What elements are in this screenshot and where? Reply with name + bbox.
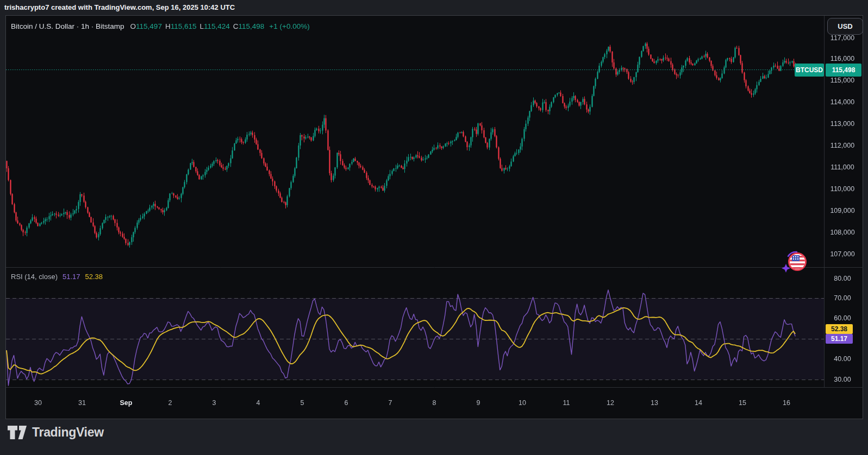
time-axis-label: 31 [78,399,86,407]
ohlc-value: 115,498 [239,22,265,30]
time-axis-label: 4 [257,399,260,407]
tradingview-logo[interactable]: TradingView [8,425,104,440]
price-axis-label: 108,000 [830,229,854,236]
tradingview-logo-text: TradingView [32,425,104,440]
rsi-title[interactable]: RSI (14, close) [11,273,58,281]
symbol-price-chip: BTCUSD [795,64,824,77]
price-change: +1 (+0.00%) [269,22,309,30]
time-axis-label: 16 [783,399,790,407]
us-flag-sticker[interactable] [780,249,808,274]
time-axis-label: 30 [34,399,42,407]
rsi-axis-label: 80.00 [834,275,851,282]
time-axis-label: 7 [389,399,392,407]
price-axis-label: 114,000 [830,98,854,106]
time-axis-label: 5 [301,399,304,407]
ohlc-label: O [130,22,136,30]
rsi-axis-label: 30.00 [834,376,851,383]
time-axis-label: 11 [563,399,570,407]
time-axis-label: 12 [607,399,614,407]
rsi-axis-label: 40.00 [834,355,851,363]
rsi-axis-label: 70.00 [834,294,851,302]
time-axis-label: 14 [695,399,702,407]
price-axis-label: 113,000 [830,120,854,128]
price-axis-label: 110,000 [830,185,854,193]
rsi-badge: 51.17 [826,334,853,344]
time-axis-label: 6 [345,399,348,407]
time-axis-label: 13 [651,399,658,407]
price-axis-label: 116,000 [830,55,854,62]
price-axis-label: 115,000 [830,77,854,84]
rsi-ma-current-value: 52.38 [85,273,103,281]
ohlc-label: C [233,22,239,30]
price-axis-label: 117,000 [830,34,854,42]
time-axis-label: Sep [120,399,133,407]
time-axis-label: 3 [213,399,216,407]
last-price-chip: 115,498 [826,64,861,77]
price-axis-label: 111,000 [830,163,854,171]
footer-bar [0,419,868,455]
rsi-axis-label: 60.00 [834,314,851,322]
tradingview-snapshot: trishacrypto7 created with TradingView.c… [0,0,868,455]
ohlc-value: 115,615 [171,22,197,30]
time-axis-label: 8 [433,399,436,407]
time-axis-label: 15 [739,399,746,407]
us-flag-icon [789,254,806,270]
time-axis-label: 9 [477,399,480,407]
time-axis-label: 2 [168,399,172,407]
currency-toggle-button[interactable]: USD [827,18,863,35]
ohlc-values: O115,497H115,615L115,424C115,498 [127,22,265,30]
symbol-header[interactable]: Bitcoin / U.S. Dollar · 1h · Bitstamp O1… [11,22,310,30]
ohlc-value: 115,424 [204,22,230,30]
ohlc-value: 115,497 [136,22,162,30]
price-axis-label: 109,000 [830,207,854,214]
candlestick-rsi-chart-canvas[interactable] [0,0,868,455]
rsi-current-value: 51.17 [63,273,80,281]
price-axis-label: 112,000 [830,142,854,149]
rsi-badge: 52.38 [826,324,853,334]
symbol-title[interactable]: Bitcoin / U.S. Dollar · 1h · Bitstamp [11,22,124,30]
rsi-indicator-header[interactable]: RSI (14, close) 51.17 52.38 [11,273,103,281]
ohlc-label: L [199,22,204,30]
price-axis-label: 107,000 [830,250,854,258]
time-axis-label: 10 [519,399,526,407]
ohlc-label: H [165,22,171,30]
tradingview-logo-icon [8,426,27,440]
